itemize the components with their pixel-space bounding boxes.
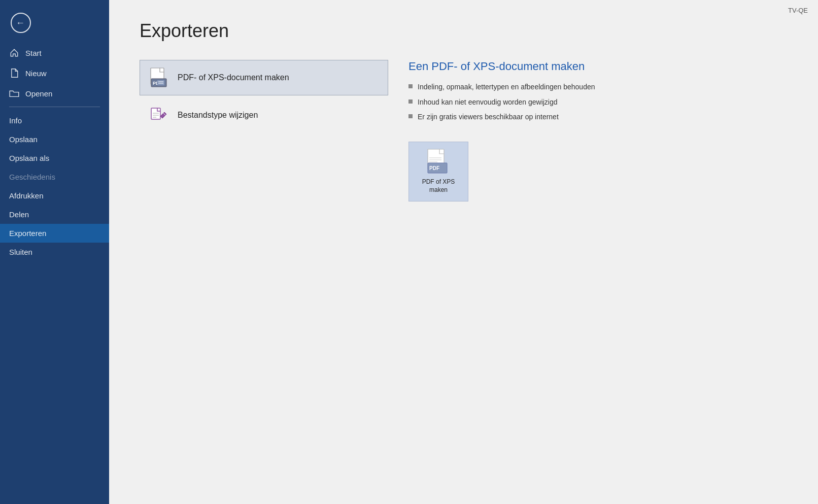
sidebar-item-opslaan-label: Opslaan: [9, 135, 38, 144]
pdf-xps-action-button[interactable]: PDF PDF of XPSmaken: [408, 142, 468, 201]
bullet-item-3: Er zijn gratis viewers beschikbaar op in…: [408, 112, 788, 122]
export-option-bestandstype[interactable]: Bestandstype wijzigen: [140, 97, 388, 133]
bullet-square-3: [408, 114, 413, 118]
sidebar-item-geschiedenis: Geschiedenis: [0, 167, 109, 186]
bullet-text-2: Inhoud kan niet eenvoudig worden gewijzi…: [418, 97, 558, 108]
export-description-panel: Een PDF- of XPS-document maken Indeling,…: [408, 60, 788, 484]
sidebar-item-opslaan[interactable]: Opslaan: [0, 130, 109, 149]
sidebar-item-start[interactable]: Start: [0, 43, 109, 63]
sidebar-item-info-label: Info: [9, 116, 22, 125]
back-button[interactable]: ←: [8, 10, 33, 36]
sidebar: ← Start Nieuw: [0, 0, 109, 504]
description-bullets: Indeling, opmaak, lettertypen en afbeeld…: [408, 82, 788, 122]
svg-rect-3: [157, 80, 164, 85]
bullet-item-1: Indeling, opmaak, lettertypen en afbeeld…: [408, 82, 788, 92]
sidebar-item-exporteren-label: Exporteren: [9, 229, 46, 238]
sidebar-item-sluiten[interactable]: Sluiten: [0, 243, 109, 261]
action-button-container: PDF PDF of XPSmaken: [408, 142, 788, 201]
export-option-bestandstype-label: Bestandstype wijzigen: [178, 111, 258, 120]
sidebar-nav-top: Start Nieuw Openen: [0, 43, 109, 104]
folder-icon: [9, 88, 19, 98]
bestandstype-icon: [150, 106, 168, 124]
sidebar-item-sluiten-label: Sluiten: [9, 248, 32, 256]
sidebar-item-info[interactable]: Info: [0, 111, 109, 130]
export-options-panel: PDF PDF- of XPS-document maken: [140, 60, 388, 484]
new-doc-icon: [9, 68, 19, 78]
sidebar-divider: [9, 107, 100, 107]
sidebar-item-delen-label: Delen: [9, 210, 29, 219]
main-content: TV-QE Exporteren PDF PDF- of XPS-: [109, 0, 818, 504]
back-arrow-icon: ←: [16, 18, 25, 28]
sidebar-item-afdrukken[interactable]: Afdrukken: [0, 186, 109, 205]
sidebar-item-openen-label: Openen: [25, 89, 52, 98]
export-option-pdf-xps[interactable]: PDF PDF- of XPS-document maken: [140, 60, 388, 95]
sidebar-item-afdrukken-label: Afdrukken: [9, 191, 44, 200]
sidebar-nav-bottom: Info Opslaan Opslaan als Geschiedenis Af…: [0, 111, 109, 261]
page-title: Exporteren: [140, 20, 788, 42]
pdf-xps-icon: PDF: [150, 69, 168, 87]
sidebar-item-nieuw-label: Nieuw: [25, 69, 47, 78]
action-button-label: PDF of XPSmaken: [422, 178, 455, 194]
description-title: Een PDF- of XPS-document maken: [408, 60, 788, 73]
sidebar-item-nieuw[interactable]: Nieuw: [0, 63, 109, 83]
top-bar-label: TV-QE: [788, 0, 818, 20]
svg-rect-6: [151, 108, 160, 119]
bullet-square-1: [408, 84, 413, 88]
sidebar-item-opslaan-als[interactable]: Opslaan als: [0, 149, 109, 167]
bullet-text-3: Er zijn gratis viewers beschikbaar op in…: [418, 112, 559, 122]
bullet-item-2: Inhoud kan niet eenvoudig worden gewijzi…: [408, 97, 788, 108]
sidebar-item-delen[interactable]: Delen: [0, 205, 109, 224]
bullet-text-1: Indeling, opmaak, lettertypen en afbeeld…: [418, 82, 595, 92]
sidebar-item-geschiedenis-label: Geschiedenis: [9, 173, 55, 181]
sidebar-item-exporteren[interactable]: Exporteren: [0, 224, 109, 243]
sidebar-item-opslaan-als-label: Opslaan als: [9, 154, 49, 162]
sidebar-item-openen[interactable]: Openen: [0, 83, 109, 104]
home-icon: [9, 48, 19, 58]
pdf-button-icon: PDF: [427, 149, 450, 175]
export-option-pdf-xps-label: PDF- of XPS-document maken: [178, 73, 289, 82]
svg-text:PDF: PDF: [429, 165, 439, 171]
sidebar-item-start-label: Start: [25, 49, 42, 57]
content-body: PDF PDF- of XPS-document maken: [140, 60, 788, 484]
bullet-square-2: [408, 99, 413, 104]
